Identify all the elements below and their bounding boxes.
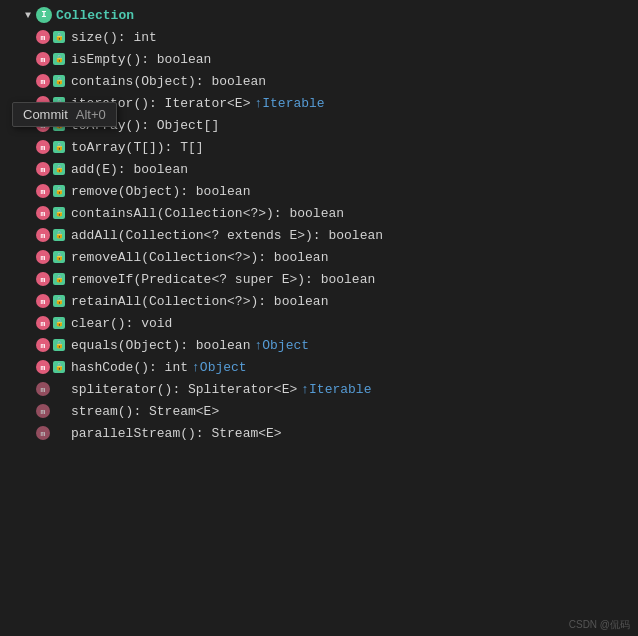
lock-icon: 🔒 (53, 53, 65, 65)
m-icon: m (36, 140, 50, 154)
m-icon: m (36, 162, 50, 176)
tree-row[interactable]: m🔒hashCode(): int↑Object (0, 356, 638, 378)
m-icon: m (36, 404, 50, 418)
tree-row[interactable]: mstream(): Stream<E> (0, 400, 638, 422)
lock-icon: 🔒 (53, 75, 65, 87)
method-text: equals(Object): boolean (71, 338, 250, 353)
commit-label[interactable]: Commit (23, 107, 68, 122)
inherited-label: ↑Iterable (301, 382, 371, 397)
method-text: remove(Object): boolean (71, 184, 250, 199)
method-text: retainAll(Collection<?>): boolean (71, 294, 328, 309)
lock-icon: 🔒 (53, 361, 65, 373)
m-icon: m (36, 426, 50, 440)
method-text: parallelStream(): Stream<E> (71, 426, 282, 441)
m-icon: m (36, 360, 50, 374)
method-text: add(E): boolean (71, 162, 188, 177)
commit-shortcut: Alt+0 (76, 107, 106, 122)
m-icon: m (36, 184, 50, 198)
method-text: size(): int (71, 30, 157, 45)
lock-icon: 🔒 (53, 339, 65, 351)
m-icon: m (36, 338, 50, 352)
m-icon: m (36, 52, 50, 66)
tree-row[interactable]: m🔒remove(Object): boolean (0, 180, 638, 202)
commit-tooltip: Commit Alt+0 (12, 102, 117, 127)
m-icon: m (36, 206, 50, 220)
tree-row[interactable]: m🔒addAll(Collection<? extends E>): boole… (0, 224, 638, 246)
m-icon: m (36, 74, 50, 88)
tree-row[interactable]: m🔒toArray(T[]): T[] (0, 136, 638, 158)
lock-icon: 🔒 (53, 185, 65, 197)
method-text: hashCode(): int (71, 360, 188, 375)
lock-icon: 🔒 (53, 273, 65, 285)
m-icon: m (36, 316, 50, 330)
tree-row[interactable]: m🔒removeAll(Collection<?>): boolean (0, 246, 638, 268)
tree-row[interactable]: mspliterator(): Spliterator<E>↑Iterable (0, 378, 638, 400)
collection-header-row[interactable]: ▼ I Collection (0, 4, 638, 26)
method-text: spliterator(): Spliterator<E> (71, 382, 297, 397)
inherited-label: ↑Object (192, 360, 247, 375)
inherited-label: ↑Iterable (254, 96, 324, 111)
lock-icon: 🔒 (53, 207, 65, 219)
tree-row[interactable]: m🔒size(): int (0, 26, 638, 48)
m-icon: m (36, 272, 50, 286)
m-icon: m (36, 382, 50, 396)
tree-row[interactable]: m🔒isEmpty(): boolean (0, 48, 638, 70)
method-text: isEmpty(): boolean (71, 52, 211, 67)
lock-icon: 🔒 (53, 317, 65, 329)
lock-icon: 🔒 (53, 251, 65, 263)
lock-icon: 🔒 (53, 163, 65, 175)
tree-row[interactable]: m🔒add(E): boolean (0, 158, 638, 180)
tree-row[interactable]: m🔒clear(): void (0, 312, 638, 334)
tree-row[interactable]: m🔒removeIf(Predicate<? super E>): boolea… (0, 268, 638, 290)
method-text: stream(): Stream<E> (71, 404, 219, 419)
m-icon: m (36, 294, 50, 308)
lock-icon: 🔒 (53, 31, 65, 43)
method-text: contains(Object): boolean (71, 74, 266, 89)
tree-row[interactable]: m🔒containsAll(Collection<?>): boolean (0, 202, 638, 224)
method-text: clear(): void (71, 316, 172, 331)
lock-icon: 🔒 (53, 141, 65, 153)
method-text: containsAll(Collection<?>): boolean (71, 206, 344, 221)
lock-icon: 🔒 (53, 295, 65, 307)
method-text: removeIf(Predicate<? super E>): boolean (71, 272, 375, 287)
m-icon: m (36, 30, 50, 44)
tree-row[interactable]: m🔒equals(Object): boolean↑Object (0, 334, 638, 356)
watermark: CSDN @侃码 (569, 618, 630, 632)
lock-icon: 🔒 (53, 229, 65, 241)
tree-container: ▼ I Collection m🔒size(): intm🔒isEmpty():… (0, 0, 638, 448)
tree-row[interactable]: mparallelStream(): Stream<E> (0, 422, 638, 444)
tree-row[interactable]: m🔒contains(Object): boolean (0, 70, 638, 92)
tree-row[interactable]: m🔒retainAll(Collection<?>): boolean (0, 290, 638, 312)
m-icon: m (36, 228, 50, 242)
interface-icon: I (36, 7, 52, 23)
collection-title: Collection (56, 8, 134, 23)
m-icon: m (36, 250, 50, 264)
method-text: removeAll(Collection<?>): boolean (71, 250, 328, 265)
method-text: addAll(Collection<? extends E>): boolean (71, 228, 383, 243)
methods-list: m🔒size(): intm🔒isEmpty(): booleanm🔒conta… (0, 26, 638, 444)
expand-arrow[interactable]: ▼ (20, 7, 36, 23)
method-text: toArray(T[]): T[] (71, 140, 204, 155)
inherited-label: ↑Object (254, 338, 309, 353)
